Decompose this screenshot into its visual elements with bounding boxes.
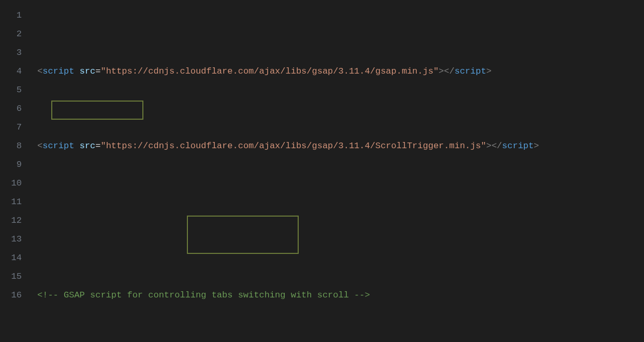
line-number: 4 — [0, 62, 22, 81]
code-area[interactable]: <script src="https://cdnjs.cloudflare.co… — [33, 0, 644, 342]
line-number: 2 — [0, 25, 22, 44]
line-number: 9 — [0, 155, 22, 174]
line-number: 1 — [0, 6, 22, 25]
code-line[interactable]: <script src="https://cdnjs.cloudflare.co… — [37, 137, 644, 155]
line-number-gutter: 1 2 3 4 5 6 7 8 9 10 11 12 13 14 15 16 — [0, 0, 33, 342]
line-number: 8 — [0, 137, 22, 155]
line-number: 5 — [0, 81, 22, 99]
line-number: 16 — [0, 286, 22, 305]
line-number: 14 — [0, 249, 22, 267]
line-number: 12 — [0, 211, 22, 230]
line-number: 6 — [0, 99, 22, 118]
code-editor[interactable]: 1 2 3 4 5 6 7 8 9 10 11 12 13 14 15 16 <… — [0, 0, 644, 342]
line-number: 11 — [0, 193, 22, 211]
code-line[interactable]: <!-- GSAP script for controlling tabs sw… — [37, 286, 644, 305]
code-line[interactable]: <script src="https://cdnjs.cloudflare.co… — [37, 62, 644, 81]
line-number: 15 — [0, 267, 22, 286]
line-number: 13 — [0, 230, 22, 249]
line-number: 10 — [0, 174, 22, 193]
line-number: 7 — [0, 118, 22, 137]
line-number: 3 — [0, 44, 22, 62]
code-line[interactable] — [37, 211, 644, 230]
